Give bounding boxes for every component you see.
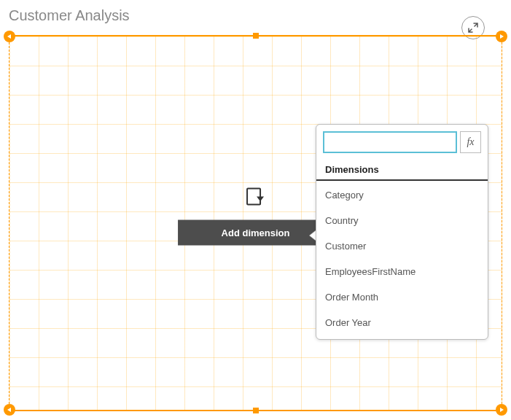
filterpane-icon <box>244 186 266 211</box>
popup-search-row: fx <box>316 125 488 160</box>
dimension-item[interactable]: Order Year <box>316 310 488 335</box>
corner-arrow-br[interactable] <box>496 404 507 416</box>
corner-arrow-tr[interactable] <box>496 31 507 42</box>
expand-icon <box>468 23 478 33</box>
fx-button[interactable]: fx <box>460 131 481 153</box>
dimension-search-input[interactable] <box>323 131 457 153</box>
corner-arrow-tl[interactable] <box>4 31 15 42</box>
dimension-popup: fx Dimensions Category Country Customer … <box>316 124 488 340</box>
dimension-item[interactable]: Category <box>316 182 488 208</box>
resize-handle-bottom[interactable] <box>253 408 259 413</box>
corner-arrow-bl[interactable] <box>4 404 15 416</box>
page-title: Customer Analysis <box>9 7 130 24</box>
dimension-item[interactable]: EmployeesFirstName <box>316 259 488 284</box>
dimension-list[interactable]: Dimensions Category Country Customer Emp… <box>316 160 488 339</box>
dimension-item[interactable]: Order Month <box>316 284 488 310</box>
dimension-item[interactable]: Customer <box>316 233 488 259</box>
resize-handle-top[interactable] <box>253 33 259 39</box>
dimension-section-header: Dimensions <box>316 160 488 181</box>
dimension-item[interactable]: Country <box>316 208 488 233</box>
